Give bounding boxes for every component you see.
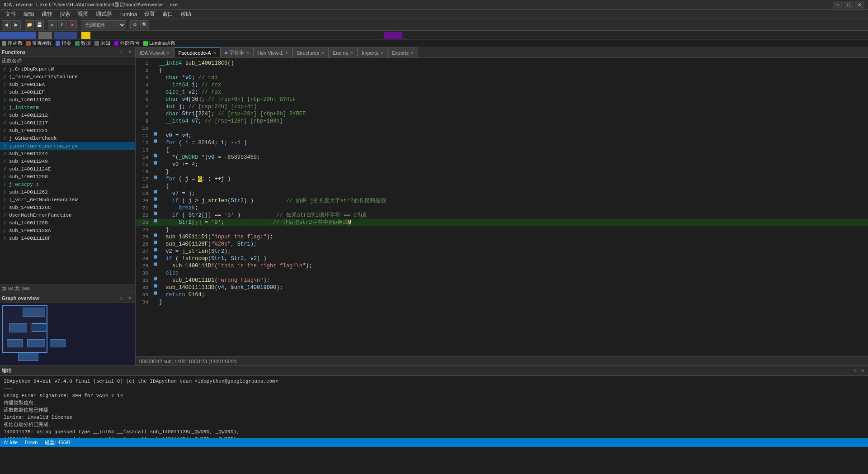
func-item-22[interactable]: 𝑓 sub_140011128F [0, 234, 135, 242]
func-item-19[interactable]: 𝑓 UserMathErrorFunction [0, 211, 135, 219]
panel-minimize-btn[interactable]: _ [110, 48, 117, 56]
menu-settings[interactable]: 设置 [141, 9, 159, 19]
dot-17 [154, 175, 157, 179]
func-item-7[interactable]: 𝑓 sub_140011217 [0, 119, 135, 127]
menu-help[interactable]: 帮助 [177, 9, 195, 19]
tab-strings[interactable]: 字符串 ✕ [221, 47, 254, 57]
func-item-9[interactable]: 𝑓 j_GSHandlerCheck [0, 134, 135, 142]
close-button[interactable]: ✕ [854, 1, 864, 9]
func-icon-16: 𝑓 [2, 190, 7, 195]
func-item-12[interactable]: 𝑓 sub_140011249 [0, 157, 135, 165]
tab-hex-view-1-close[interactable]: ✕ [285, 51, 288, 55]
func-item-20[interactable]: 𝑓 sub_140011285 [0, 219, 135, 227]
code-line-4: 4 __int64 i; // rcx [136, 81, 868, 89]
func-item-14[interactable]: 𝑓 sub_140011258 [0, 173, 135, 180]
menu-edit[interactable]: 编辑 [20, 9, 38, 19]
func-icon-0: 𝑓 [2, 66, 7, 72]
tb-back-btn[interactable]: ◀ [2, 20, 11, 29]
func-item-2[interactable]: 𝑓 sub_140011EA [0, 81, 135, 88]
func-item-17[interactable]: 𝑓 j_vcrt_GetModuleHandleW [0, 196, 135, 204]
menu-window[interactable]: 窗口 [159, 9, 177, 19]
tab-imports[interactable]: Imports ✕ [358, 47, 388, 57]
tb-fwd-btn[interactable]: ▶ [12, 20, 21, 29]
graph-float-btn[interactable]: □ [118, 294, 125, 302]
tab-structures[interactable]: Structures ✕ [292, 47, 329, 57]
menu-view[interactable]: 视图 [74, 9, 92, 19]
graph-close-btn[interactable]: ✕ [126, 294, 133, 302]
panel-close-btn[interactable]: ✕ [126, 48, 133, 56]
tab-exports-label: Exports [392, 50, 409, 56]
line-content-23: Str2[j] = '0'; // 让后把str2字符中的o换成0 [159, 219, 866, 226]
code-line-5: 5 size_t v2; // rax [136, 89, 868, 96]
functions-list[interactable]: 𝑓 j_CrtDbgReportW 𝑓 j_raise_securityfail… [0, 65, 135, 284]
code-area[interactable]: 1 __int64 sub_1400118C0() 2 { 3 char *v0… [136, 58, 868, 356]
func-item-0[interactable]: 𝑓 j_CrtDbgReportW [0, 65, 135, 73]
func-icon-4: 𝑓 [2, 97, 7, 103]
func-item-8[interactable]: 𝑓 sub_140011221 [0, 127, 135, 134]
func-item-13[interactable]: 𝑓 sub_140011124E [0, 165, 135, 173]
tab-exports[interactable]: Exports ✕ [388, 47, 418, 57]
tab-imports-close[interactable]: ✕ [380, 51, 384, 55]
tab-ida-view-a[interactable]: IDA View-A ✕ [136, 47, 174, 57]
func-item-5[interactable]: 𝑓 j_initterm [0, 104, 135, 111]
output-content[interactable]: IDApython 64-bit v7.4.0 final (serial 0)… [0, 376, 868, 438]
tb-pause-btn[interactable]: ⏸ [58, 20, 67, 29]
tab-structures-close[interactable]: ✕ [321, 51, 325, 55]
menu-file[interactable]: 文件 [2, 9, 20, 19]
tab-exports-close[interactable]: ✕ [410, 51, 414, 55]
minimap-extern [384, 32, 402, 39]
code-line-31: 31 sub_1400111D1("wrong flag\n"); [136, 277, 868, 284]
minimize-button[interactable]: ─ [833, 1, 843, 9]
func-item-4[interactable]: 𝑓 sub_1400111203 [0, 96, 135, 104]
tb-save-btn[interactable]: 💾 [35, 20, 44, 29]
debugger-dropdown[interactable]: 无调试器 [81, 20, 126, 29]
line-dot-14 [152, 154, 159, 157]
line-num-26: 26 [137, 241, 152, 248]
graph-canvas [0, 303, 135, 365]
tab-strings-close[interactable]: ✕ [246, 51, 250, 55]
tab-enums-close[interactable]: ✕ [350, 51, 354, 55]
output-close-btn[interactable]: ✕ [859, 367, 866, 374]
func-item-21[interactable]: 𝑓 sub_140011128A [0, 227, 135, 234]
line-dot-17 [152, 175, 159, 179]
func-icon-21: 𝑓 [2, 228, 7, 233]
func-icon-5: 𝑓 [2, 105, 7, 110]
line-num-15: 15 [137, 161, 152, 168]
line-content-17: for ( j = 0; ; ++j ) [159, 175, 866, 183]
tb-run-btn[interactable]: ▶ [48, 20, 57, 29]
graph-minimize-btn[interactable]: _ [110, 294, 117, 302]
output-float-btn[interactable]: □ [851, 367, 858, 374]
line-num-10: 10 [137, 125, 152, 132]
toolbar: ◀ ▶ 📁 💾 ▶ ⏸ ■ 无调试器 ⚙ 🔍 [0, 19, 868, 31]
func-item-3[interactable]: 𝑓 sub_140011EF [0, 88, 135, 96]
tab-ida-view-a-close[interactable]: ✕ [166, 51, 170, 55]
line-content-4: __int64 i; // rcx [159, 81, 866, 89]
func-item-11[interactable]: 𝑓 sub_140011244 [0, 150, 135, 157]
maximize-button[interactable]: □ [844, 1, 854, 9]
menu-lumina[interactable]: Lumina [116, 10, 141, 19]
menu-jump[interactable]: 跳转 [38, 9, 56, 19]
func-name-21: sub_140011128A [9, 228, 51, 233]
func-item-6[interactable]: 𝑓 sub_140011212 [0, 111, 135, 119]
panel-float-btn[interactable]: □ [118, 48, 125, 56]
output-minimize-btn[interactable]: _ [843, 367, 850, 374]
func-item-16[interactable]: 𝑓 sub_140011262 [0, 188, 135, 196]
func-item-18[interactable]: 𝑓 sub_140011126C [0, 204, 135, 211]
tb-misc-btn1[interactable]: ⚙ [130, 20, 139, 29]
tab-pseudocode-a[interactable]: Pseudocode-A ✕ [174, 47, 220, 57]
menu-search[interactable]: 搜索 [56, 9, 74, 19]
func-item-10[interactable]: 𝑓 j_configure_narrow_argv [0, 142, 135, 150]
menu-debugger[interactable]: 调试器 [92, 9, 116, 19]
tab-hex-view-1[interactable]: Hex View-1 ✕ [254, 47, 292, 57]
line-dot-20 [152, 197, 159, 201]
code-line-32: 32 sub_1400111113B(v4, &unk_140019D00); [136, 284, 868, 291]
tab-enums[interactable]: Enums ✕ [329, 47, 358, 57]
func-item-1[interactable]: 𝑓 j_raise_securityfailure [0, 73, 135, 81]
tb-open-btn[interactable]: 📁 [25, 20, 34, 29]
dot-23 [154, 219, 157, 223]
func-item-15[interactable]: 𝑓 j_wcscpy_s [0, 180, 135, 188]
tb-stop-btn[interactable]: ■ [68, 20, 77, 29]
tb-misc-btn2[interactable]: 🔍 [140, 20, 149, 29]
code-line-16: 16 } [136, 168, 868, 175]
tab-pseudocode-a-close[interactable]: ✕ [213, 51, 217, 55]
